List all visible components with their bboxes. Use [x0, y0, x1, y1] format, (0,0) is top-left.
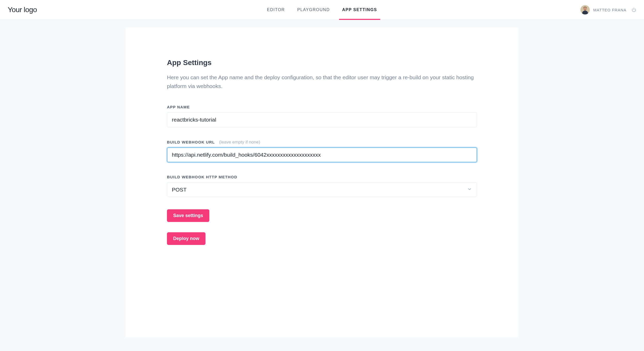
form-group-webhook-url: BUILD WEBHOOK URL (leave empty if none): [167, 140, 477, 162]
webhook-method-label: BUILD WEBHOOK HTTP METHOD: [167, 175, 237, 179]
power-icon: [632, 7, 636, 12]
deploy-now-button[interactable]: Deploy now: [167, 232, 205, 245]
webhook-url-hint: (leave empty if none): [219, 140, 260, 145]
button-group: Save settings Deploy now: [167, 209, 477, 245]
page-title: App Settings: [167, 59, 477, 67]
app-name-input[interactable]: [167, 112, 477, 127]
webhook-url-input[interactable]: [167, 147, 477, 162]
avatar-image-icon: [580, 5, 590, 14]
avatar[interactable]: [580, 5, 590, 14]
nav-editor[interactable]: Editor: [267, 0, 285, 20]
logo: Your logo: [8, 6, 37, 14]
webhook-method-select[interactable]: POST: [167, 182, 477, 197]
form-group-webhook-method: BUILD WEBHOOK HTTP METHOD POST: [167, 175, 477, 197]
user-area: MATTEO FRANA: [580, 5, 636, 14]
top-header: Your logo Editor Playground App Settings…: [0, 0, 644, 20]
nav-playground[interactable]: Playground: [297, 0, 330, 20]
save-settings-button[interactable]: Save settings: [167, 209, 209, 222]
main-nav: Editor Playground App Settings: [267, 0, 377, 20]
logout-button[interactable]: [632, 7, 636, 12]
page-description: Here you can set the App name and the de…: [167, 73, 477, 90]
app-name-label: APP NAME: [167, 105, 190, 109]
webhook-url-label: BUILD WEBHOOK URL: [167, 140, 215, 144]
form-group-app-name: APP NAME: [167, 105, 477, 127]
nav-app-settings[interactable]: App Settings: [342, 0, 377, 20]
username: MATTEO FRANA: [593, 8, 626, 12]
content-area: App Settings Here you can set the App na…: [0, 20, 644, 337]
settings-card: App Settings Here you can set the App na…: [126, 28, 518, 337]
